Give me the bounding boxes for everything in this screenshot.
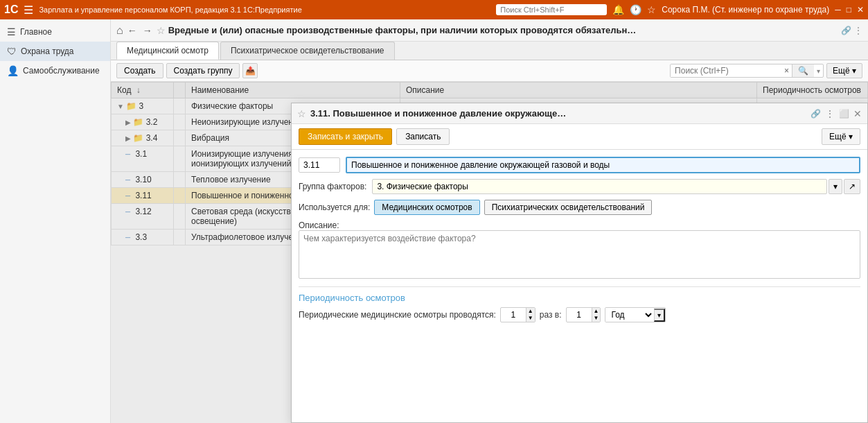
logo: 1С [4, 3, 18, 16]
panel-star-icon[interactable]: ☆ [297, 108, 306, 119]
more-button[interactable]: Ещё ▾ [826, 63, 862, 78]
panel-close-icon[interactable]: ✕ [853, 108, 862, 119]
tabs-bar: Медицинский осмотр Психиатрическое освид… [111, 42, 868, 60]
panel-more-button[interactable]: Ещё ▾ [822, 128, 860, 145]
period-section: Периодичность осмотров Периодические мед… [299, 286, 860, 322]
form-row-group: Группа факторов: ▾ ↗ [299, 179, 860, 194]
table-area: Код ↓ Наименование Описание Периодичност… [111, 82, 868, 423]
period-num2-up[interactable]: ▲ [592, 308, 601, 315]
link-icon[interactable]: 🔗 [841, 26, 851, 35]
period-row: Периодические медицинские осмотры провод… [299, 307, 860, 322]
form-row-desc: Описание: [299, 221, 860, 281]
raz-label: раз в: [540, 310, 562, 320]
tag-medical-button[interactable]: Медицинских осмотров [374, 200, 479, 215]
panel-maximize-icon[interactable]: ⬜ [839, 109, 849, 119]
desc-label: Описание: [299, 221, 860, 230]
sidebar-item-label: Охрана труда [21, 46, 74, 56]
sidebar-item-label: Самообслуживание [23, 66, 100, 76]
search-input[interactable] [671, 64, 781, 77]
bookmark-icon[interactable]: ☆ [157, 25, 166, 36]
global-search-input[interactable] [496, 4, 607, 15]
home-nav-icon[interactable]: ⌂ [116, 24, 123, 37]
toolbar: Создать Создать группу 📤 × 🔍 ▾ Ещё ▾ [111, 60, 868, 82]
code-field[interactable] [299, 157, 340, 173]
save-button[interactable]: Записать [396, 128, 450, 145]
group-select[interactable] [372, 179, 827, 194]
back-icon[interactable]: ← [126, 25, 139, 36]
app-title: Зарплата и управление персоналом КОРП, р… [39, 6, 490, 14]
search-button[interactable]: 🔍 [792, 64, 814, 77]
period-num1-input[interactable] [501, 309, 526, 321]
period-num1-spin: ▲ ▼ [526, 308, 535, 322]
close-window-icon[interactable]: ✕ [857, 5, 864, 15]
star-icon[interactable]: ☆ [647, 4, 656, 15]
user-icon: 👤 [7, 65, 19, 76]
period-unit-select[interactable]: День Неделя Месяц Год [605, 308, 654, 322]
hamburger-icon[interactable]: ☰ [24, 3, 33, 17]
panel-toolbar: Записать и закрыть Записать Ещё ▾ [292, 124, 867, 150]
create-button[interactable]: Создать [116, 63, 163, 78]
detail-panel: ☆ 3.11. Повышенное и пониженное давление… [291, 103, 868, 423]
maximize-icon[interactable]: □ [847, 5, 851, 15]
save-close-button[interactable]: Записать и закрыть [299, 128, 392, 145]
home-icon: ☰ [7, 26, 16, 37]
sidebar-item-self[interactable]: 👤 Самообслуживание [0, 61, 110, 80]
forward-icon[interactable]: → [141, 25, 154, 36]
create-group-button[interactable]: Создать группу [166, 63, 240, 78]
panel-header: ☆ 3.11. Повышенное и пониженное давление… [292, 103, 867, 124]
period-label: Периодические медицинские осмотры провод… [299, 310, 496, 320]
group-dropdown-icon[interactable]: ▾ [829, 179, 842, 194]
minimize-icon[interactable]: ─ [835, 5, 841, 15]
sidebar-item-main[interactable]: ☰ Главное [0, 22, 110, 42]
form-row-used: Используется для: Медицинских осмотров П… [299, 200, 860, 215]
panel-title: 3.11. Повышенное и пониженное давление о… [310, 108, 806, 119]
period-unit-dropdown[interactable]: ▾ [654, 309, 665, 322]
nav2-bar: ⌂ ← → ☆ Вредные и (или) опасные производ… [111, 19, 868, 42]
shield-icon: 🛡 [7, 46, 17, 57]
name-field[interactable] [346, 157, 860, 173]
content-area: ⌂ ← → ☆ Вредные и (или) опасные производ… [111, 19, 868, 423]
period-num2-input[interactable] [567, 309, 592, 321]
panel-link-icon[interactable]: 🔗 [811, 109, 821, 119]
clock-icon[interactable]: 🕐 [630, 4, 641, 15]
user-label: Сорока П.М. (Ст. инженер по охране труда… [662, 5, 829, 15]
topbar: 1С ☰ Зарплата и управление персоналом КО… [0, 0, 868, 19]
sidebar-item-label: Главное [20, 27, 52, 37]
group-field-container: ▾ ↗ [372, 179, 860, 194]
sidebar-item-okhrana[interactable]: 🛡 Охрана труда [0, 42, 110, 61]
period-num2-spin: ▲ ▼ [592, 308, 601, 322]
upload-button[interactable]: 📤 [242, 63, 258, 78]
panel-body: Группа факторов: ▾ ↗ Используется для: М… [292, 150, 867, 422]
group-label: Группа факторов: [299, 182, 366, 191]
nav-menu-icon[interactable]: ⋮ [854, 26, 862, 35]
sidebar: ☰ Главное 🛡 Охрана труда 👤 Самообслужива… [0, 19, 111, 423]
form-row-code-name [299, 157, 860, 173]
group-link-button[interactable]: ↗ [844, 179, 860, 194]
period-num1-up[interactable]: ▲ [526, 308, 535, 315]
search-clear-icon[interactable]: × [781, 66, 792, 76]
tab-psychiatric[interactable]: Психиатрическое освидетельствование [220, 42, 395, 60]
period-title: Периодичность осмотров [299, 293, 860, 303]
page-title: Вредные и (или) опасные производственные… [168, 25, 838, 35]
panel-menu-icon[interactable]: ⋮ [825, 108, 835, 119]
period-num1-down[interactable]: ▼ [526, 315, 535, 322]
period-unit-container: День Неделя Месяц Год ▾ [605, 307, 666, 322]
tag-psychiatric-button[interactable]: Психиатрических освидетельствований [484, 200, 653, 215]
period-num2-down[interactable]: ▼ [592, 315, 601, 322]
period-num1-container: ▲ ▼ [500, 307, 535, 322]
bell-icon[interactable]: 🔔 [612, 4, 624, 15]
tab-medical[interactable]: Медицинский осмотр [116, 42, 219, 60]
used-label: Используется для: [299, 202, 370, 212]
period-num2-container: ▲ ▼ [566, 307, 601, 322]
desc-textarea[interactable] [299, 230, 860, 279]
search-box: × 🔍 ▾ [670, 64, 824, 78]
